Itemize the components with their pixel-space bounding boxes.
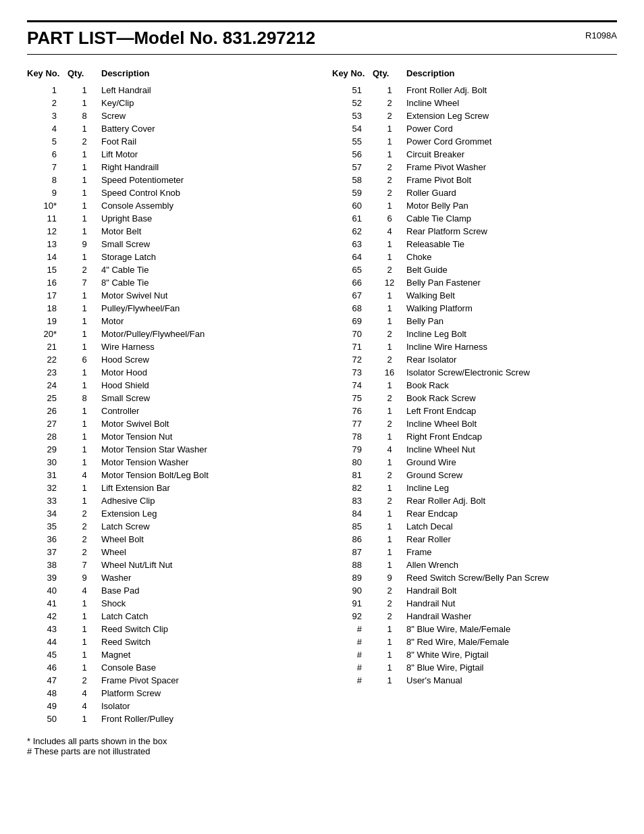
- part-key: 64: [332, 251, 373, 263]
- table-row: 511Front Roller Adj. Bolt: [332, 84, 617, 97]
- table-row: 881Allen Wrench: [332, 558, 617, 571]
- table-row: 411Shock: [27, 597, 312, 610]
- part-desc: 4" Cable Tie: [101, 263, 312, 276]
- part-key: 28: [27, 430, 68, 443]
- part-desc: Lift Extension Bar: [101, 481, 312, 494]
- part-qty: 9: [373, 571, 406, 584]
- part-qty: 1: [68, 494, 101, 507]
- table-row: #18" Blue Wire, Pigtail: [332, 661, 617, 674]
- table-row: 342Extension Leg: [27, 507, 312, 520]
- left-qty-header: Qty.: [68, 68, 101, 78]
- part-qty: 1: [373, 623, 406, 635]
- table-row: 362Wheel Bolt: [27, 533, 312, 546]
- part-key: 13: [27, 238, 68, 251]
- table-row: 301Motor Tension Washer: [27, 456, 312, 469]
- table-row: 522Incline Wheel: [332, 97, 617, 109]
- part-qty: 2: [373, 174, 406, 186]
- part-qty: 1: [68, 623, 101, 635]
- part-key: 22: [27, 353, 68, 366]
- part-key: 20*: [27, 328, 68, 340]
- table-row: 141Storage Latch: [27, 251, 312, 263]
- table-row: 241Hood Shield: [27, 379, 312, 392]
- table-row: 582Frame Pivot Bolt: [332, 174, 617, 186]
- part-qty: 1: [373, 251, 406, 263]
- part-key: 66: [332, 276, 373, 289]
- table-row: 261Controller: [27, 405, 312, 417]
- table-row: 812Ground Screw: [332, 469, 617, 481]
- part-qty: 1: [373, 122, 406, 135]
- part-desc: Circuit Breaker: [406, 148, 617, 161]
- part-desc: Base Pad: [101, 584, 312, 597]
- part-desc: 8" White Wire, Pigtail: [406, 648, 617, 661]
- part-desc: Rear Endcap: [406, 507, 617, 520]
- part-desc: 8" Cable Tie: [101, 276, 312, 289]
- part-desc: Latch Decal: [406, 520, 617, 533]
- table-row: 404Base Pad: [27, 584, 312, 597]
- part-desc: Adhesive Clip: [101, 494, 312, 507]
- part-qty: 1: [373, 661, 406, 674]
- part-desc: Left Front Endcap: [406, 405, 617, 417]
- part-key: 47: [27, 674, 68, 687]
- table-row: 81Speed Potentiometer: [27, 174, 312, 186]
- part-qty: 1: [373, 533, 406, 546]
- part-desc: Frame Pivot Spacer: [101, 674, 312, 687]
- part-qty: 16: [373, 366, 406, 379]
- footnote-star: * Includes all parts shown in the box: [27, 736, 617, 746]
- part-key: 46: [27, 661, 68, 674]
- table-row: 52Foot Rail: [27, 135, 312, 148]
- part-qty: 1: [68, 122, 101, 135]
- part-desc: 8" Blue Wire, Pigtail: [406, 661, 617, 674]
- part-key: 50: [27, 712, 68, 725]
- part-qty: 1: [68, 456, 101, 469]
- part-qty: 2: [373, 263, 406, 276]
- part-desc: Wheel: [101, 546, 312, 558]
- part-qty: 1: [68, 366, 101, 379]
- part-desc: Latch Screw: [101, 520, 312, 533]
- table-row: 652Belt Guide: [332, 263, 617, 276]
- part-key: 53: [332, 109, 373, 122]
- part-desc: Rear Platform Screw: [406, 225, 617, 238]
- table-row: 922Handrail Washer: [332, 610, 617, 623]
- part-key: 81: [332, 469, 373, 481]
- table-row: 741Book Rack: [332, 379, 617, 392]
- part-qty: 4: [68, 469, 101, 481]
- part-key: 15: [27, 263, 68, 276]
- table-row: 624Rear Platform Screw: [332, 225, 617, 238]
- table-row: 20*1Motor/Pulley/Flywheel/Fan: [27, 328, 312, 340]
- part-desc: Handrail Washer: [406, 610, 617, 623]
- part-qty: 1: [373, 84, 406, 97]
- table-row: 702Incline Leg Bolt: [332, 328, 617, 340]
- part-qty: 2: [373, 584, 406, 597]
- table-row: 1678" Cable Tie: [27, 276, 312, 289]
- part-key: 73: [332, 366, 373, 379]
- part-qty: 1: [68, 212, 101, 225]
- part-key: #: [332, 635, 373, 648]
- part-qty: 1: [68, 648, 101, 661]
- part-qty: 2: [373, 186, 406, 199]
- part-desc: Isolator Screw/Electronic Screw: [406, 366, 617, 379]
- part-desc: Washer: [101, 571, 312, 584]
- table-row: 681Walking Platform: [332, 302, 617, 315]
- part-qty: 1: [68, 186, 101, 199]
- part-key: 4: [27, 122, 68, 135]
- part-qty: 2: [373, 328, 406, 340]
- part-qty: 1: [68, 328, 101, 340]
- part-key: 21: [27, 340, 68, 353]
- table-row: 331Adhesive Clip: [27, 494, 312, 507]
- part-qty: 8: [68, 109, 101, 122]
- part-key: 19: [27, 315, 68, 328]
- part-qty: 1: [68, 430, 101, 443]
- part-desc: Screw: [101, 109, 312, 122]
- part-desc: Power Cord: [406, 122, 617, 135]
- part-key: 75: [332, 392, 373, 405]
- part-key: 6: [27, 148, 68, 161]
- part-desc: Storage Latch: [101, 251, 312, 263]
- right-parts-list: 511Front Roller Adj. Bolt522Incline Whee…: [332, 84, 617, 725]
- part-key: 87: [332, 546, 373, 558]
- table-row: 71Right Handraill: [27, 161, 312, 174]
- part-desc: Extension Leg: [101, 507, 312, 520]
- table-row: 431Reed Switch Clip: [27, 623, 312, 635]
- part-key: 55: [332, 135, 373, 148]
- part-key: #: [332, 648, 373, 661]
- part-key: 16: [27, 276, 68, 289]
